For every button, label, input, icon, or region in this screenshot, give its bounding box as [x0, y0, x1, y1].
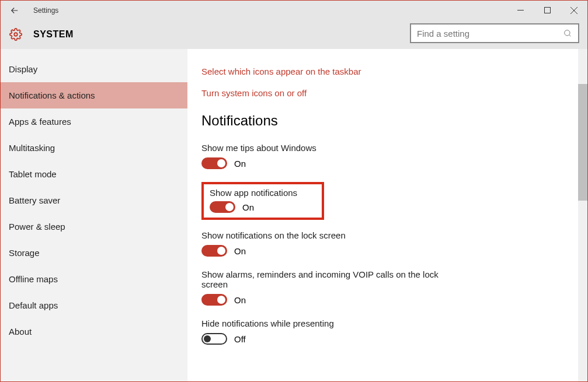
sidebar-item-notifications[interactable]: Notifications & actions	[1, 82, 187, 108]
setting-voip: Show alarms, reminders and incoming VOIP…	[201, 269, 573, 306]
setting-tips-label: Show me tips about Windows	[201, 143, 458, 153]
close-button[interactable]	[561, 1, 587, 20]
toggle-presenting-state: Off	[234, 334, 246, 344]
setting-app-notifications-highlight: Show app notifications On	[201, 182, 324, 220]
sidebar-item-display[interactable]: Display	[1, 56, 187, 82]
sidebar-item-offline-maps[interactable]: Offline maps	[1, 266, 187, 292]
back-button[interactable]	[1, 1, 29, 20]
svg-rect-1	[544, 8, 550, 13]
search-box[interactable]	[410, 23, 579, 43]
sidebar: Display Notifications & actions Apps & f…	[1, 49, 187, 381]
arrow-left-icon	[9, 5, 20, 16]
svg-point-4	[14, 33, 18, 36]
toggle-app-notifications-state: On	[242, 202, 254, 212]
setting-lock-screen: Show notifications on the lock screen On	[201, 230, 573, 257]
sidebar-item-battery-saver[interactable]: Battery saver	[1, 187, 187, 213]
toggle-voip-state: On	[234, 295, 246, 305]
sidebar-item-tablet-mode[interactable]: Tablet mode	[1, 161, 187, 187]
toggle-voip[interactable]	[201, 294, 227, 306]
toggle-tips-state: On	[234, 159, 246, 169]
setting-app-notifications-label: Show app notifications	[210, 188, 316, 198]
sidebar-item-power-sleep[interactable]: Power & sleep	[1, 213, 187, 240]
search-icon	[563, 29, 572, 38]
section-title-notifications: Notifications	[201, 113, 573, 129]
setting-tips: Show me tips about Windows On	[201, 143, 573, 169]
window-controls	[507, 1, 587, 20]
toggle-app-notifications[interactable]	[210, 201, 235, 213]
toggle-lock-screen[interactable]	[201, 245, 227, 257]
setting-presenting: Hide notifications while presenting Off	[201, 318, 573, 345]
maximize-button[interactable]	[534, 1, 561, 20]
close-icon	[570, 7, 577, 14]
search-input[interactable]	[417, 29, 563, 38]
header-bar: SYSTEM	[1, 20, 587, 49]
toggle-tips[interactable]	[201, 157, 227, 169]
toggle-presenting[interactable]	[201, 333, 227, 345]
link-system-icons[interactable]: Turn system icons on or off	[201, 88, 573, 98]
scrollbar-thumb[interactable]	[578, 84, 587, 201]
sidebar-item-apps-features[interactable]: Apps & features	[1, 108, 187, 135]
minimize-button[interactable]	[507, 1, 534, 20]
main-panel: Select which icons appear on the taskbar…	[187, 49, 587, 381]
svg-point-5	[565, 30, 570, 36]
title-bar: Settings	[1, 1, 587, 20]
settings-icon	[9, 27, 23, 41]
link-taskbar-icons[interactable]: Select which icons appear on the taskbar	[201, 66, 573, 76]
sidebar-item-about[interactable]: About	[1, 318, 187, 345]
window-title: Settings	[33, 6, 58, 15]
page-category-title: SYSTEM	[33, 29, 74, 40]
sidebar-item-default-apps[interactable]: Default apps	[1, 292, 187, 318]
sidebar-item-storage[interactable]: Storage	[1, 240, 187, 266]
setting-lock-screen-label: Show notifications on the lock screen	[201, 230, 458, 240]
setting-presenting-label: Hide notifications while presenting	[201, 318, 458, 328]
maximize-icon	[544, 7, 551, 13]
toggle-lock-screen-state: On	[234, 246, 246, 256]
content-area: Display Notifications & actions Apps & f…	[1, 49, 587, 381]
setting-voip-label: Show alarms, reminders and incoming VOIP…	[201, 269, 458, 289]
svg-line-6	[569, 35, 571, 37]
minimize-icon	[517, 7, 524, 13]
search-container	[410, 23, 579, 43]
scrollbar-track[interactable]	[578, 49, 587, 381]
sidebar-item-multitasking[interactable]: Multitasking	[1, 135, 187, 161]
